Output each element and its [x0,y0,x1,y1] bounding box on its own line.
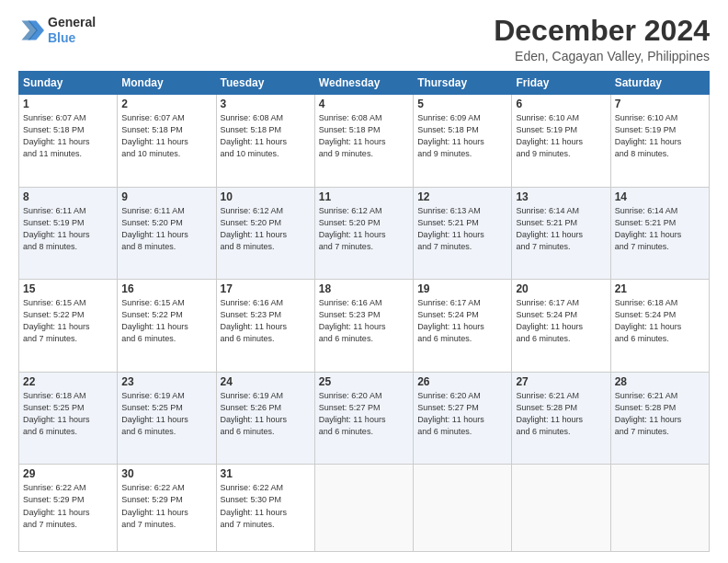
calendar-table: Sunday Monday Tuesday Wednesday Thursday… [18,71,710,552]
day-info: Sunrise: 6:08 AMSunset: 5:18 PMDaylight:… [221,112,311,160]
day-info: Sunrise: 6:13 AMSunset: 5:21 PMDaylight:… [417,205,507,253]
day-number: 4 [319,98,409,110]
logo: General Blue [18,15,96,46]
header-wednesday: Wednesday [314,72,413,95]
day-info: Sunrise: 6:15 AMSunset: 5:22 PMDaylight:… [121,297,211,345]
day-number: 27 [516,375,606,388]
day-info: Sunrise: 6:17 AMSunset: 5:24 PMDaylight:… [417,297,507,345]
day-info: Sunrise: 6:22 AMSunset: 5:29 PMDaylight:… [23,482,113,530]
table-row: 2Sunrise: 6:07 AMSunset: 5:18 PMDaylight… [118,95,216,188]
day-info: Sunrise: 6:10 AMSunset: 5:19 PMDaylight:… [615,112,705,160]
day-info: Sunrise: 6:15 AMSunset: 5:22 PMDaylight:… [23,297,113,345]
table-row: 20Sunrise: 6:17 AMSunset: 5:24 PMDayligh… [512,280,610,373]
logo-line1: General [48,15,96,30]
day-info: Sunrise: 6:20 AMSunset: 5:27 PMDaylight:… [319,390,409,438]
day-number: 11 [319,190,409,203]
subtitle: Eden, Cagayan Valley, Philippines [494,49,710,63]
day-info: Sunrise: 6:10 AMSunset: 5:19 PMDaylight:… [516,112,606,160]
table-row: 23Sunrise: 6:19 AMSunset: 5:25 PMDayligh… [118,372,216,465]
table-row: 30Sunrise: 6:22 AMSunset: 5:29 PMDayligh… [118,465,216,552]
day-number: 17 [221,282,311,295]
calendar-week-row: 22Sunrise: 6:18 AMSunset: 5:25 PMDayligh… [19,372,710,465]
day-info: Sunrise: 6:08 AMSunset: 5:18 PMDaylight:… [319,112,409,160]
header: General Blue December 2024 Eden, Cagayan… [18,15,710,63]
day-number: 13 [516,190,606,203]
table-row: 11Sunrise: 6:12 AMSunset: 5:20 PMDayligh… [314,187,413,280]
day-info: Sunrise: 6:12 AMSunset: 5:20 PMDaylight:… [221,205,311,253]
day-info: Sunrise: 6:21 AMSunset: 5:28 PMDaylight:… [516,390,606,438]
page: General Blue December 2024 Eden, Cagayan… [0,0,728,563]
table-row: 17Sunrise: 6:16 AMSunset: 5:23 PMDayligh… [216,280,314,373]
table-row [414,465,512,552]
day-info: Sunrise: 6:14 AMSunset: 5:21 PMDaylight:… [516,205,606,253]
weekday-header-row: Sunday Monday Tuesday Wednesday Thursday… [19,72,710,95]
table-row: 7Sunrise: 6:10 AMSunset: 5:19 PMDaylight… [610,95,709,188]
header-tuesday: Tuesday [216,72,314,95]
day-info: Sunrise: 6:12 AMSunset: 5:20 PMDaylight:… [319,205,409,253]
table-row [610,465,709,552]
day-number: 18 [319,282,409,295]
table-row: 24Sunrise: 6:19 AMSunset: 5:26 PMDayligh… [216,372,314,465]
day-number: 26 [417,375,507,388]
table-row: 18Sunrise: 6:16 AMSunset: 5:23 PMDayligh… [314,280,413,373]
table-row [512,465,610,552]
table-row: 26Sunrise: 6:20 AMSunset: 5:27 PMDayligh… [414,372,512,465]
calendar-week-row: 1Sunrise: 6:07 AMSunset: 5:18 PMDaylight… [19,95,710,188]
table-row: 12Sunrise: 6:13 AMSunset: 5:21 PMDayligh… [414,187,512,280]
table-row: 3Sunrise: 6:08 AMSunset: 5:18 PMDaylight… [216,95,314,188]
table-row: 22Sunrise: 6:18 AMSunset: 5:25 PMDayligh… [19,372,118,465]
table-row: 13Sunrise: 6:14 AMSunset: 5:21 PMDayligh… [512,187,610,280]
table-row: 21Sunrise: 6:18 AMSunset: 5:24 PMDayligh… [610,280,709,373]
day-number: 24 [221,375,311,388]
day-number: 7 [615,98,705,110]
logo-line2: Blue [48,30,75,45]
day-info: Sunrise: 6:14 AMSunset: 5:21 PMDaylight:… [615,205,705,253]
table-row [314,465,413,552]
day-number: 6 [516,98,606,110]
day-number: 2 [121,98,211,110]
table-row: 4Sunrise: 6:08 AMSunset: 5:18 PMDaylight… [314,95,413,188]
day-number: 21 [615,282,705,295]
day-number: 15 [23,282,113,295]
day-info: Sunrise: 6:19 AMSunset: 5:26 PMDaylight:… [221,390,311,438]
day-info: Sunrise: 6:09 AMSunset: 5:18 PMDaylight:… [417,112,507,160]
table-row: 25Sunrise: 6:20 AMSunset: 5:27 PMDayligh… [314,372,413,465]
day-info: Sunrise: 6:22 AMSunset: 5:29 PMDaylight:… [121,482,211,530]
table-row: 15Sunrise: 6:15 AMSunset: 5:22 PMDayligh… [19,280,118,373]
logo-icon [18,17,44,43]
day-info: Sunrise: 6:11 AMSunset: 5:19 PMDaylight:… [23,205,113,253]
day-info: Sunrise: 6:16 AMSunset: 5:23 PMDaylight:… [319,297,409,345]
day-number: 16 [121,282,211,295]
day-number: 12 [417,190,507,203]
day-number: 10 [221,190,311,203]
day-number: 31 [221,467,311,480]
table-row: 14Sunrise: 6:14 AMSunset: 5:21 PMDayligh… [610,187,709,280]
day-number: 25 [319,375,409,388]
day-info: Sunrise: 6:16 AMSunset: 5:23 PMDaylight:… [221,297,311,345]
table-row: 10Sunrise: 6:12 AMSunset: 5:20 PMDayligh… [216,187,314,280]
day-number: 3 [221,98,311,110]
table-row: 6Sunrise: 6:10 AMSunset: 5:19 PMDaylight… [512,95,610,188]
day-number: 8 [23,190,113,203]
header-sunday: Sunday [19,72,118,95]
day-number: 19 [417,282,507,295]
day-number: 30 [121,467,211,480]
header-saturday: Saturday [610,72,709,95]
month-title: December 2024 [494,15,710,47]
day-info: Sunrise: 6:22 AMSunset: 5:30 PMDaylight:… [221,482,311,530]
day-number: 20 [516,282,606,295]
table-row: 8Sunrise: 6:11 AMSunset: 5:19 PMDaylight… [19,187,118,280]
table-row: 9Sunrise: 6:11 AMSunset: 5:20 PMDaylight… [118,187,216,280]
calendar-week-row: 15Sunrise: 6:15 AMSunset: 5:22 PMDayligh… [19,280,710,373]
table-row: 5Sunrise: 6:09 AMSunset: 5:18 PMDaylight… [414,95,512,188]
day-info: Sunrise: 6:21 AMSunset: 5:28 PMDaylight:… [615,390,705,438]
title-block: December 2024 Eden, Cagayan Valley, Phil… [494,15,710,63]
table-row: 27Sunrise: 6:21 AMSunset: 5:28 PMDayligh… [512,372,610,465]
table-row: 31Sunrise: 6:22 AMSunset: 5:30 PMDayligh… [216,465,314,552]
day-number: 5 [417,98,507,110]
day-number: 22 [23,375,113,388]
table-row: 28Sunrise: 6:21 AMSunset: 5:28 PMDayligh… [610,372,709,465]
calendar-week-row: 8Sunrise: 6:11 AMSunset: 5:19 PMDaylight… [19,187,710,280]
table-row: 1Sunrise: 6:07 AMSunset: 5:18 PMDaylight… [19,95,118,188]
day-number: 14 [615,190,705,203]
